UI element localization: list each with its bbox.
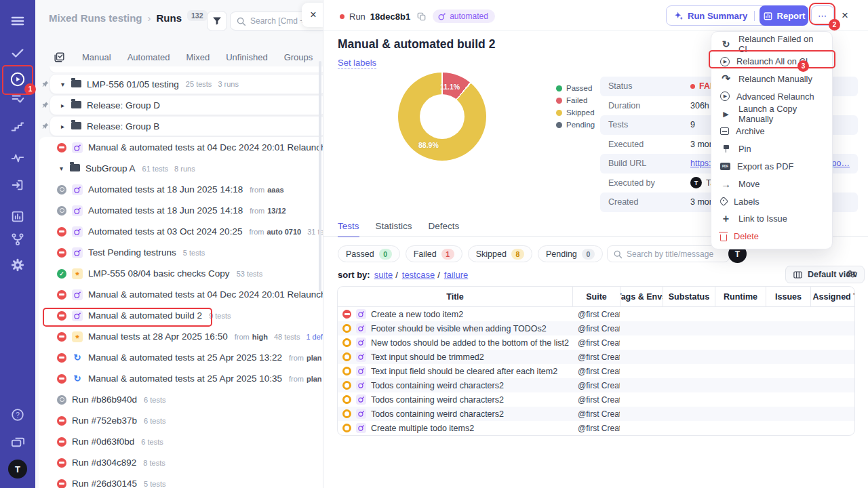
breadcrumb-project[interactable]: Mixed Runs testing bbox=[49, 12, 142, 24]
filter-button[interactable] bbox=[207, 11, 227, 31]
runs-filter-tab[interactable]: Unfinished bbox=[226, 52, 267, 62]
report-button[interactable]: Report bbox=[760, 5, 808, 26]
run-row[interactable]: Manual & automated build 2 9 tests bbox=[39, 305, 323, 326]
run-row[interactable]: Automated tests at 18 Jun 2025 14:18 fro… bbox=[39, 179, 323, 200]
run-row[interactable]: ▾ LMP-556 01/05 testing 25 tests 3 runs bbox=[50, 74, 323, 94]
menu-item[interactable]: Archive bbox=[711, 123, 832, 140]
column-header[interactable]: Substatus bbox=[663, 287, 715, 306]
test-substatus-cell bbox=[663, 364, 715, 378]
menu-item[interactable]: Export as PDF bbox=[711, 158, 832, 176]
column-header[interactable]: Tags & Envs bbox=[620, 287, 663, 306]
test-tags-cell bbox=[620, 407, 663, 421]
sort-link[interactable]: testcase bbox=[402, 270, 440, 280]
run-row[interactable]: Manual & automated tests at 25 Apr 2025 … bbox=[39, 347, 323, 368]
column-header[interactable]: Issues bbox=[766, 287, 810, 306]
run-row[interactable]: ▾ SubGroup A 61 tests 8 runs bbox=[39, 158, 323, 179]
filter-pill[interactable]: Pending 0 bbox=[538, 245, 603, 262]
tab[interactable]: Defects bbox=[429, 221, 460, 237]
test-row[interactable]: Footer should be visible when adding TOD… bbox=[338, 321, 854, 336]
run-row[interactable]: Manual & automated tests at 25 Apr 2025 … bbox=[39, 368, 323, 389]
tab[interactable]: Tests bbox=[338, 221, 359, 237]
run-row[interactable]: Run #0d63f0bd 6 tests bbox=[39, 431, 323, 452]
menu-item[interactable]: Labels bbox=[711, 192, 832, 210]
run-row[interactable]: ▸ Release: Group B bbox=[50, 116, 323, 136]
column-header[interactable]: Runtime bbox=[715, 287, 766, 306]
run-id: 18dec8b1 bbox=[370, 12, 410, 22]
tests-check-icon[interactable] bbox=[0, 42, 35, 64]
run-row[interactable]: Automated tests at 18 Jun 2025 14:18 fro… bbox=[39, 200, 323, 221]
test-assigned-cell bbox=[810, 350, 855, 364]
menu-item[interactable]: Advanced Relaunch bbox=[711, 87, 832, 105]
test-row[interactable]: Create a new todo item2 @first Create … bbox=[338, 307, 854, 321]
projects-folders-icon[interactable] bbox=[0, 431, 35, 453]
automated-run-icon bbox=[72, 184, 83, 195]
menu-item[interactable]: Relaunch All on CI bbox=[711, 53, 832, 70]
runs-filter-tab[interactable]: Manual bbox=[82, 52, 111, 62]
analytics-chart-icon[interactable] bbox=[0, 205, 35, 227]
test-row[interactable]: Text input field should be cleared after… bbox=[338, 364, 854, 378]
tab[interactable]: Statistics bbox=[376, 221, 412, 237]
run-title: Run #26d30145 bbox=[72, 479, 137, 488]
run-row[interactable]: ▸ Release: Group D bbox=[50, 95, 323, 115]
run-row[interactable]: Run #b86b940d 6 tests bbox=[39, 389, 323, 410]
column-header[interactable]: Title bbox=[338, 287, 572, 306]
run-row[interactable]: Manual & automated tests at 04 Dec 2024 … bbox=[39, 284, 323, 305]
run-row[interactable]: Run #26d30145 5 tests bbox=[39, 473, 323, 488]
settings-gear-icon[interactable] bbox=[0, 254, 35, 276]
test-row[interactable]: Todos containing weird characters2 @firs… bbox=[338, 407, 854, 421]
set-labels-link[interactable]: Set labels bbox=[338, 58, 376, 69]
scrollbar-thumb[interactable] bbox=[319, 61, 321, 291]
branches-icon[interactable] bbox=[0, 228, 35, 250]
filter-pill[interactable]: Passed 0 bbox=[338, 245, 400, 262]
milestones-steps-icon[interactable] bbox=[0, 115, 35, 137]
test-row[interactable]: Create multiple todo items2 @first Creat… bbox=[338, 421, 854, 435]
filter-pill[interactable]: Failed 1 bbox=[406, 245, 462, 262]
chart-legend: Passed Failed Skipped Pending bbox=[556, 82, 595, 131]
select-all-icon[interactable] bbox=[53, 51, 66, 64]
sort-link[interactable]: suite bbox=[374, 270, 398, 280]
automated-run-icon bbox=[72, 205, 83, 216]
close-panel-button[interactable]: × bbox=[302, 3, 323, 27]
run-row[interactable]: Manual tests at 28 Apr 2025 16:50 from h… bbox=[39, 326, 323, 347]
tests-search-input[interactable] bbox=[627, 249, 718, 259]
run-row[interactable]: Test Pending testruns 5 tests bbox=[39, 242, 323, 263]
test-row[interactable]: Todos containing weird characters2 @firs… bbox=[338, 392, 854, 407]
user-avatar[interactable]: T bbox=[0, 458, 35, 480]
sort-link[interactable]: failure bbox=[444, 270, 471, 280]
test-tags-cell bbox=[620, 421, 663, 435]
column-header[interactable]: Assigned To bbox=[810, 287, 855, 306]
tests-search[interactable] bbox=[607, 245, 730, 262]
menu-item[interactable]: Link to Issue bbox=[711, 210, 832, 228]
close-detail-button[interactable]: × bbox=[842, 9, 848, 22]
run-row[interactable]: LMP-555 08/04 basic checks Copy 53 tests bbox=[39, 263, 323, 284]
test-row[interactable]: New todos should be added to the bottom … bbox=[338, 336, 854, 350]
activity-pulse-icon[interactable] bbox=[0, 147, 35, 169]
run-meta: 61 tests bbox=[142, 165, 169, 173]
menu-item-label: Pin bbox=[738, 144, 751, 154]
test-row[interactable]: Text input should be trimmed2 @first Cre… bbox=[338, 350, 854, 364]
menu-item[interactable]: Relaunch Manually bbox=[711, 70, 832, 88]
run-row[interactable]: Automated tests at 03 Oct 2024 20:25 fro… bbox=[39, 221, 323, 242]
build-url-link-end[interactable]: po… bbox=[832, 159, 850, 168]
test-assigned-cell bbox=[810, 421, 855, 435]
help-icon[interactable]: ? bbox=[0, 404, 35, 426]
test-row[interactable]: Todos containing weird characters2 @firs… bbox=[338, 378, 854, 392]
run-row[interactable]: Run #752eb37b 6 tests bbox=[39, 410, 323, 431]
copy-icon[interactable] bbox=[416, 12, 427, 22]
menu-item[interactable]: Pin bbox=[711, 140, 832, 158]
menu-item[interactable]: Delete bbox=[711, 228, 832, 245]
import-icon[interactable] bbox=[0, 174, 35, 196]
run-defects-link[interactable]: 1 defects bbox=[306, 333, 323, 341]
column-header[interactable]: Suite bbox=[572, 287, 620, 306]
menu-item[interactable]: Move bbox=[711, 175, 832, 192]
run-row[interactable]: Manual & automated tests at 04 Dec 2024 … bbox=[39, 137, 323, 158]
menu-item[interactable]: Relaunch Failed on CI bbox=[711, 35, 832, 53]
runs-filter-tab[interactable]: Mixed bbox=[186, 52, 210, 62]
runs-filter-tab[interactable]: Automated bbox=[127, 52, 170, 62]
filter-pill[interactable]: Skipped 8 bbox=[468, 245, 532, 262]
run-row[interactable]: Run #d304c892 8 tests bbox=[39, 452, 323, 473]
menu-item[interactable]: Launch a Copy Manually bbox=[711, 105, 832, 123]
column-settings-icon[interactable] bbox=[846, 268, 857, 283]
hamburger-menu-icon[interactable] bbox=[0, 10, 35, 32]
runs-filter-tab[interactable]: Groups bbox=[284, 52, 313, 62]
